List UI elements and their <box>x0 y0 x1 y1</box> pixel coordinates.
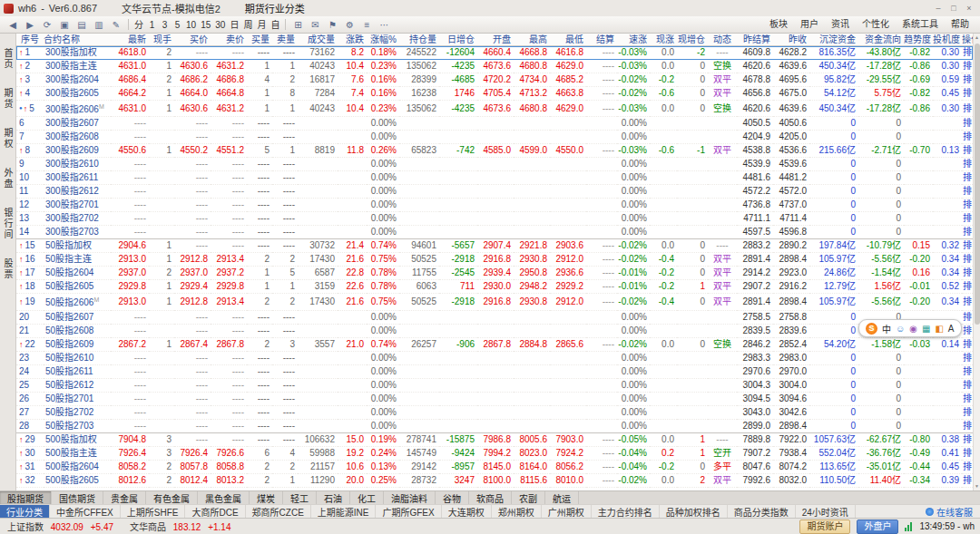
sidebar-item-foreign[interactable]: 外盘 <box>1 168 15 189</box>
table-row[interactable]: ↑2250股指26092867.212867.42867.823355721.0… <box>16 337 973 351</box>
category-tab-ferrous[interactable]: 黑色金属 <box>198 491 250 504</box>
cell-op[interactable]: 排 <box>962 144 973 158</box>
font-icon[interactable]: A <box>948 324 955 334</box>
futures-account-button[interactable]: 期货账户 <box>799 519 850 534</box>
cell-op[interactable]: 排 <box>962 87 973 101</box>
exchange-tab-ine[interactable]: 上期能源INE <box>311 505 377 518</box>
column-header-7[interactable]: 卖量 <box>272 34 298 46</box>
foreign-account-button[interactable]: 外盘户 <box>857 519 898 534</box>
scroll-up-icon[interactable]: ▲ <box>974 34 980 42</box>
keyboard-icon[interactable]: ▦ <box>922 324 930 334</box>
exchange-tab-gfex[interactable]: 广期所GFEX <box>376 505 441 518</box>
table-row[interactable]: ↑29500股指加权7904.83----------------1066321… <box>16 432 973 446</box>
column-header-6[interactable]: 买量 <box>247 34 272 46</box>
vertical-scrollbar[interactable]: ▲ ▼ <box>973 34 980 490</box>
column-header-17[interactable]: 速涨 <box>617 34 650 46</box>
cell-op[interactable]: 排 <box>962 46 973 60</box>
scrollbar-thumb[interactable] <box>975 44 980 325</box>
category-tab-agri-byproducts[interactable]: 农副 <box>512 491 545 504</box>
cell-op[interactable]: 排 <box>962 405 973 419</box>
exchange-tab-guangzhou-options[interactable]: 广州期权 <box>542 505 592 518</box>
period-button-10[interactable]: 10 <box>184 18 198 32</box>
back-icon[interactable]: ◀ <box>5 18 21 32</box>
table-row[interactable]: 6300股指2607--------------------0.00%0.00%… <box>16 117 973 131</box>
exchange-tab-dce[interactable]: 大商所DCE <box>185 505 245 518</box>
category-tab-soft-commodities[interactable]: 软商品 <box>469 491 512 504</box>
alert-icon[interactable]: ⚑ <box>324 18 340 32</box>
cell-op[interactable]: 排 <box>962 131 973 144</box>
column-header-0[interactable]: 序号 <box>16 34 44 46</box>
cell-op[interactable]: 排 <box>962 280 973 294</box>
exchange-tab-shfe[interactable]: 上期所SHFE <box>121 505 186 518</box>
table-row[interactable]: 7300股指2608--------------------0.00%0.00%… <box>16 131 973 144</box>
menu-news[interactable]: 资讯 <box>825 16 856 33</box>
category-tab-oils-oilseeds[interactable]: 油脂油料 <box>384 491 436 504</box>
cell-op[interactable]: 排 <box>962 364 973 378</box>
sogou-logo-icon[interactable]: S <box>866 323 877 335</box>
table-row[interactable]: 9300股指2610--------------------0.00%0.00%… <box>16 158 973 171</box>
refresh-icon[interactable]: ⟳ <box>39 18 55 32</box>
period-button-自[interactable]: 自 <box>269 18 281 32</box>
period-button-30[interactable]: 30 <box>213 18 227 32</box>
column-header-27[interactable]: 操作 <box>962 34 973 46</box>
column-header-19[interactable]: 现增仓 <box>677 34 708 46</box>
table-row[interactable]: ↑1850股指26052929.812929.42929.811315922.6… <box>16 280 973 294</box>
online-service-link[interactable]: 在线客服 <box>926 505 980 518</box>
table-row[interactable]: ↑1300股指加权4618.02----------------731628.2… <box>16 46 973 60</box>
cell-op[interactable]: 排 <box>962 226 973 239</box>
table-row[interactable]: ↑1950股指2606M2913.012912.82913.4221743021… <box>16 294 973 310</box>
kline-icon[interactable]: ▥ <box>91 18 107 32</box>
table-row[interactable]: 2450股指2611--------------------0.00%0.00%… <box>16 364 973 378</box>
table-row[interactable]: ↑32500股指26058012.628012.48013.2211129020… <box>16 473 973 487</box>
cell-op[interactable]: 排 <box>962 294 973 310</box>
exchange-tab-cffex[interactable]: 中金所CFFEX <box>50 505 121 518</box>
table-row[interactable]: ↑1750股指26042937.022937.02937.215658722.8… <box>16 267 973 280</box>
category-tab-treasury[interactable]: 国债期货 <box>52 491 103 504</box>
table-row[interactable]: 2850股指2703--------------------0.00%0.00%… <box>16 419 973 432</box>
category-tab-stock-index[interactable]: 股指期货 <box>0 491 52 504</box>
exchange-tab-news-24h[interactable]: 24小时资讯 <box>796 505 856 518</box>
cell-op[interactable]: 排 <box>962 310 973 324</box>
cell-op[interactable]: 排 <box>962 212 973 226</box>
menu-sectors[interactable]: 板块 <box>763 16 794 33</box>
cell-op[interactable]: 排 <box>962 392 973 405</box>
column-header-18[interactable]: 现涨 <box>650 34 677 46</box>
settings-icon[interactable]: ⚙ <box>341 18 358 32</box>
column-header-20[interactable]: 动态 <box>708 34 737 46</box>
menu-personalize[interactable]: 个性化 <box>856 16 896 33</box>
skin-icon[interactable]: ◧ <box>935 324 943 334</box>
chart-icon[interactable]: ▤ <box>74 18 90 32</box>
sidebar-item-interbank[interactable]: 银行间 <box>1 208 15 240</box>
table-row[interactable]: 2350股指2610--------------------0.00%0.00%… <box>16 351 973 364</box>
exchange-tab-dalian-options[interactable]: 大连期权 <box>442 505 492 518</box>
exchange-tab-zhengzhou-options[interactable]: 郑州期权 <box>492 505 542 518</box>
cell-op[interactable]: 排 <box>962 324 973 337</box>
category-tab-precious-metals[interactable]: 贵金属 <box>103 491 146 504</box>
period-button-周[interactable]: 周 <box>241 18 254 32</box>
exchange-tab-industry-class[interactable]: 行业分类 <box>0 505 50 518</box>
exchange-tab-commodity-index[interactable]: 商品分类指数 <box>728 505 796 518</box>
table-row[interactable]: 10300股指2611--------------------0.00%0.00… <box>16 171 973 185</box>
column-header-21[interactable]: 昨结算 <box>737 34 773 46</box>
list-icon[interactable]: ≡ <box>358 18 375 32</box>
chinese-mode-icon[interactable]: 中 <box>882 322 891 335</box>
table-row[interactable]: ↑3300股指26044686.424686.24686.842168177.6… <box>16 73 973 87</box>
period-button-5[interactable]: 5 <box>172 18 183 32</box>
period-button-分[interactable]: 分 <box>132 18 145 32</box>
more-icon[interactable]: ⋯ <box>376 18 392 32</box>
column-header-9[interactable]: 涨跌 <box>338 34 367 46</box>
category-tab-shipping[interactable]: 航运 <box>545 491 579 504</box>
category-tab-grain[interactable]: 谷物 <box>436 491 469 504</box>
sidebar-item-futures[interactable]: 期货 <box>1 88 15 110</box>
cell-op[interactable]: 排 <box>962 351 973 364</box>
table-row[interactable]: ↑2300股指主连4631.014630.64631.2114024310.40… <box>16 60 973 73</box>
cell-op[interactable]: 排 <box>962 73 973 87</box>
column-header-10[interactable]: 涨幅% <box>367 34 399 46</box>
table-row[interactable]: 2750股指2702--------------------0.00%0.00%… <box>16 405 973 419</box>
period-button-1[interactable]: 1 <box>146 18 158 32</box>
cell-op[interactable]: 排 <box>962 117 973 131</box>
column-header-3[interactable]: 现手 <box>149 34 174 46</box>
period-button-日[interactable]: 日 <box>228 18 240 32</box>
column-header-25[interactable]: 趋势度 <box>904 34 933 46</box>
cell-op[interactable]: 排 <box>962 60 973 73</box>
